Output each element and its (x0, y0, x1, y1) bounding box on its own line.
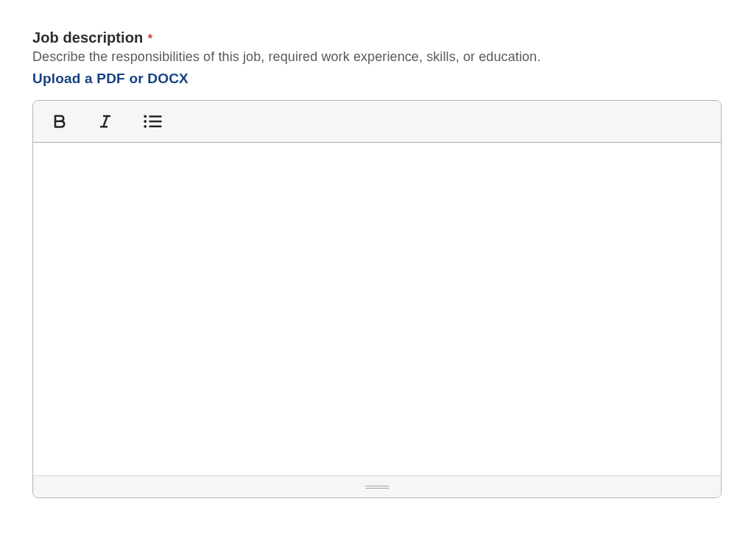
italic-button[interactable] (95, 111, 116, 132)
job-description-field: Job description * Describe the responsib… (32, 29, 722, 498)
resize-grip-icon (365, 486, 389, 489)
svg-rect-8 (149, 126, 162, 128)
svg-rect-7 (149, 121, 162, 123)
svg-point-4 (144, 120, 147, 123)
svg-point-5 (144, 125, 147, 128)
upload-link[interactable]: Upload a PDF or DOCX (32, 71, 188, 87)
required-asterisk: * (148, 32, 152, 45)
rich-text-editor (32, 100, 722, 498)
editor-toolbar (33, 101, 721, 143)
svg-rect-0 (103, 116, 110, 118)
svg-marker-2 (102, 117, 108, 126)
field-help-text: Describe the responsibilities of this jo… (32, 49, 722, 65)
bullet-list-button[interactable] (141, 111, 164, 132)
field-label: Job description (32, 29, 143, 46)
editor-resize-handle[interactable] (33, 475, 721, 497)
editor-textarea[interactable] (33, 143, 721, 475)
bold-button[interactable] (49, 111, 70, 132)
bold-icon (51, 113, 68, 130)
bullet-list-icon (142, 113, 163, 130)
svg-rect-6 (149, 116, 162, 118)
field-label-row: Job description * (32, 29, 722, 46)
italic-icon (96, 113, 114, 130)
svg-rect-1 (100, 126, 108, 128)
svg-point-3 (144, 115, 147, 118)
